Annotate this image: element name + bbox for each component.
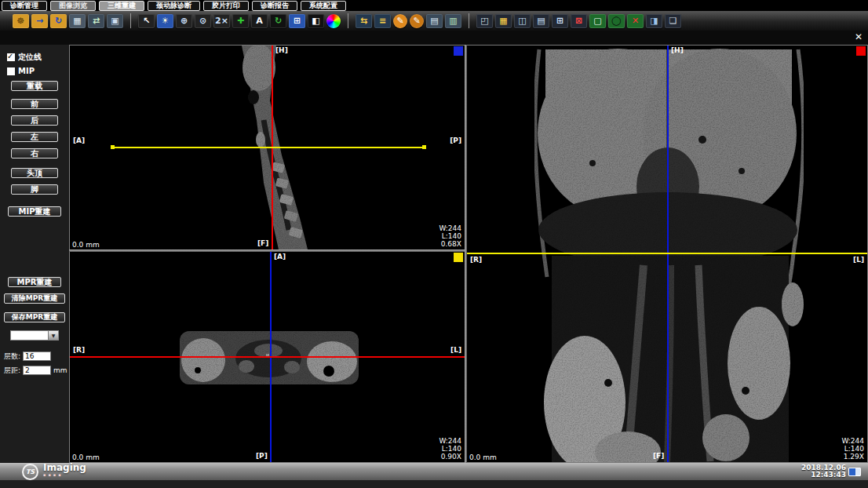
pane-color-marker xyxy=(454,253,463,262)
save-image-icon[interactable]: ▥ xyxy=(445,14,461,28)
zoom-in-tool-icon[interactable]: ⊕ xyxy=(176,14,192,28)
layout-2x2-icon[interactable]: ⊞ xyxy=(552,14,568,28)
split-window-icon[interactable]: ◨ xyxy=(646,14,662,28)
layer-spacing-input[interactable] xyxy=(23,366,51,375)
menu-tab-film-print[interactable]: 胶片打印 xyxy=(203,1,249,11)
orientation-label-bottom: [F] xyxy=(653,452,664,460)
orientation-label-right: [P] xyxy=(450,137,461,144)
volume-3d-cube-glyph: ▣ xyxy=(111,16,119,25)
checkbox-row-locator-line: 定位线 xyxy=(7,53,69,61)
axial-view-pane[interactable]: [A] [R] [L] [P] 0.0 mm W:244 L:140 0.90X xyxy=(70,252,465,462)
sub-toolbar-strip: ✕ xyxy=(0,31,868,45)
series-link-glyph: ⇆ xyxy=(360,16,367,25)
open-study-sync-glyph: ↻ xyxy=(55,16,62,25)
foot-button[interactable]: 脚 xyxy=(11,184,58,195)
send-receive-monitor-glyph: ⇄ xyxy=(93,16,100,25)
content-row: 定位线MIP重载前后左右头顶脚MIP重建MPR重建清除MPR重建保存MPR重建▼… xyxy=(0,45,868,463)
layout-monitor-icon[interactable]: ◰ xyxy=(476,14,493,28)
back-button[interactable]: 后 xyxy=(11,115,58,126)
layout-clear-icon[interactable]: ⊠ xyxy=(571,14,587,28)
rotate-refresh-tool-icon[interactable]: ↻ xyxy=(270,14,286,28)
reload-button[interactable]: 重载 xyxy=(11,81,58,91)
series-stack-icon[interactable]: ≡ xyxy=(374,14,391,28)
sidebar-spacer xyxy=(0,223,69,277)
mpr-viewport: [H] [A] [P] [F] 0.0 mm W:244 L:140 0.68X xyxy=(69,45,868,463)
menu-tab-system-config[interactable]: 系统配置 xyxy=(301,1,346,11)
layout-edit-glyph: ▦ xyxy=(499,16,507,25)
invert-image-tool-icon[interactable]: ◧ xyxy=(308,14,324,28)
layer-spacing-label: 层距: xyxy=(4,366,20,376)
head-top-button[interactable]: 头顶 xyxy=(11,168,58,178)
measure-length-icon[interactable]: ✎ xyxy=(393,14,407,28)
ruler-scale-text: 0.0 mm xyxy=(72,453,100,461)
clear-mpr-rebuild-button[interactable]: 清除MPR重建 xyxy=(4,293,65,304)
menu-bar: 诊断管理图像浏览三维重建颈动脉诊断胶片打印诊断报告系统配置 xyxy=(0,0,868,11)
zoom-free-tool-glyph: ⊙ xyxy=(199,16,206,25)
text-annotation-tool-icon[interactable]: A xyxy=(251,14,268,28)
measure-angle-icon[interactable]: ✎ xyxy=(410,14,424,28)
cascade-windows-icon[interactable]: ❏ xyxy=(665,14,681,28)
series-link-icon[interactable]: ⇆ xyxy=(356,14,372,28)
pointer-tool-icon[interactable]: ↖ xyxy=(138,14,155,28)
zoom-free-tool-icon[interactable]: ⊙ xyxy=(195,14,211,28)
worklist-grid-glyph: ▦ xyxy=(73,16,81,25)
toolbar-separator xyxy=(130,13,131,28)
level-value: L:140 xyxy=(439,445,461,453)
worklist-grid-icon[interactable]: ▦ xyxy=(69,14,86,28)
menu-tab-image-browse[interactable]: 图像浏览 xyxy=(50,1,96,11)
pane-color-marker xyxy=(454,46,463,56)
zoom-factor: 0.68X xyxy=(439,240,461,248)
layer-count-input[interactable] xyxy=(23,351,51,361)
layout-edit-icon[interactable]: ▦ xyxy=(495,14,512,28)
layout-1x2-glyph: ◫ xyxy=(518,16,526,25)
dropdown-arrow-icon[interactable]: ▼ xyxy=(48,331,58,340)
pan-tool-icon[interactable]: ✚ xyxy=(232,14,249,28)
close-icon[interactable]: ✕ xyxy=(855,32,863,42)
menu-tab-3d-reconstruction[interactable]: 三维重建 xyxy=(99,1,144,11)
sagittal-view-pane[interactable]: [H] [A] [P] [F] 0.0 mm W:244 L:140 0.68X xyxy=(70,46,465,249)
split-window-glyph: ◨ xyxy=(650,16,658,25)
window-value: W:244 xyxy=(841,437,864,445)
roi-rectangle-icon[interactable]: ▢ xyxy=(589,14,606,28)
open-study-settings-icon[interactable]: ☸ xyxy=(13,14,29,28)
left-button[interactable]: 左 xyxy=(11,132,58,142)
front-button[interactable]: 前 xyxy=(11,99,58,109)
fit-to-window-tool-icon[interactable]: ⊞ xyxy=(289,14,305,28)
sidebar-spacer xyxy=(0,201,69,206)
pane-divider-horizontal[interactable] xyxy=(69,249,465,252)
layer-count-field-row: 层数: xyxy=(4,351,69,362)
mip-rebuild-button[interactable]: MIP重建 xyxy=(8,206,61,217)
crosshair-horizontal-line[interactable] xyxy=(113,147,424,148)
send-receive-monitor-icon[interactable]: ⇄ xyxy=(88,14,104,28)
report-notes-icon[interactable]: ▤ xyxy=(426,14,443,28)
fit-to-window-tool-glyph: ⊞ xyxy=(294,16,301,25)
zoom-2x-tool-icon[interactable]: 2× xyxy=(213,14,230,28)
crosshair-horizontal-line[interactable] xyxy=(467,253,867,254)
menu-tab-diagnosis-report[interactable]: 诊断报告 xyxy=(252,1,297,11)
save-mpr-rebuild-button[interactable]: 保存MPR重建 xyxy=(4,312,65,322)
window-level-tool-icon[interactable]: ☀ xyxy=(157,14,173,28)
layout-1x2-icon[interactable]: ◫ xyxy=(514,14,531,28)
logo-circle-icon: TS xyxy=(22,464,38,480)
status-bar: TS Imaging ▪▪▪▪ 2018.12.06 12:43:43 xyxy=(0,463,868,480)
coronal-view-pane[interactable]: [H] [R] [L] [F] 0.0 mm W:244 L:140 1.29X xyxy=(467,46,867,462)
input-method-icon[interactable] xyxy=(848,468,861,476)
locator-line-checkbox[interactable] xyxy=(7,53,15,61)
right-button[interactable]: 右 xyxy=(11,148,58,158)
open-study-import-icon[interactable]: → xyxy=(31,14,48,28)
roi-ellipse-icon[interactable]: ◯ xyxy=(608,14,625,28)
mpr-preset-select[interactable]: ▼ xyxy=(10,330,59,341)
mip-checkbox[interactable] xyxy=(7,67,15,75)
roi-clear-icon[interactable]: ✕ xyxy=(627,14,644,28)
menu-tab-diagnosis-management[interactable]: 诊断管理 xyxy=(2,1,47,11)
menu-tab-carotid-diagnosis[interactable]: 颈动脉诊断 xyxy=(148,1,200,11)
crosshair-horizontal-line[interactable] xyxy=(70,356,465,358)
pseudo-color-tool-icon[interactable] xyxy=(326,14,341,28)
layer-count-label: 层数: xyxy=(4,351,20,362)
toolbar-separator xyxy=(348,13,348,28)
open-study-sync-icon[interactable]: ↻ xyxy=(50,14,67,28)
mpr-rebuild-button[interactable]: MPR重建 xyxy=(8,277,61,287)
layout-2x1-icon[interactable]: ▤ xyxy=(533,14,549,28)
orientation-label-bottom: [F] xyxy=(257,239,268,247)
volume-3d-cube-icon[interactable]: ▣ xyxy=(107,14,123,28)
